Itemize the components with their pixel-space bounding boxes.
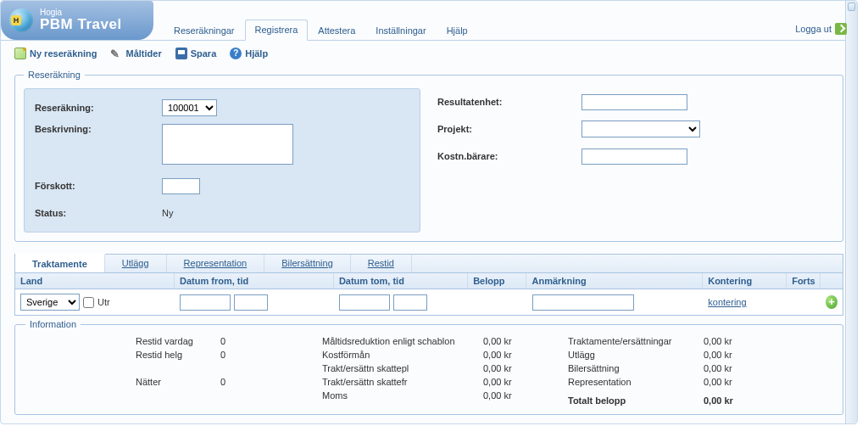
to-time-input[interactable] — [393, 294, 427, 311]
reserakning-label: Reseräkning: — [35, 103, 162, 113]
vertical-scrollbar[interactable] — [845, 1, 857, 423]
from-date-input[interactable] — [180, 294, 231, 311]
status-label: Status: — [35, 208, 162, 218]
top-nav: Reseräkningar Registrera Attestera Instä… — [164, 1, 857, 40]
from-time-input[interactable] — [234, 294, 268, 311]
beskrivning-label: Beskrivning: — [35, 124, 162, 134]
anm-input[interactable] — [532, 294, 634, 311]
maltids-value: 0,00 kr — [483, 334, 542, 348]
trakt-skattepl-value: 0,00 kr — [483, 362, 542, 375]
nav-hjalp[interactable]: Hjälp — [437, 20, 478, 41]
th-from: Datum from, tid — [175, 273, 334, 289]
toolbar: Ny reseräkning Måltider Spara ? Hjälp — [1, 41, 857, 66]
natter-label: Nätter — [136, 375, 220, 389]
resultatenhet-input[interactable] — [581, 94, 687, 110]
th-anm: Anmärkning — [526, 273, 703, 289]
status-value: Ny — [162, 208, 173, 218]
maltids-label: Måltidsreduktion enligt schablon — [322, 334, 483, 348]
logout-icon — [835, 23, 847, 35]
tab-bilersattning[interactable]: Bilersättning — [264, 255, 351, 272]
to-date-input[interactable] — [339, 294, 390, 311]
th-forts: Forts — [787, 273, 821, 289]
restid-helg-label: Restid helg — [136, 348, 220, 362]
nav-registrera[interactable]: Registrera — [245, 20, 309, 41]
traktamente-value: 0,00 kr — [704, 334, 754, 348]
resultatenhet-label: Resultatenhet: — [437, 97, 581, 107]
sub-tabs: Traktamente Utlägg Representation Bilers… — [14, 254, 843, 273]
repr-value: 0,00 kr — [704, 375, 754, 389]
repr-label: Representation — [568, 375, 704, 389]
reserakning-fieldset: Reseräkning Reseräkning: 100001 — [14, 70, 843, 242]
help-label: Hjälp — [245, 48, 268, 59]
nav-reserakningar[interactable]: Reseräkningar — [164, 20, 245, 41]
help-button[interactable]: ? Hjälp — [230, 48, 268, 59]
tab-restid[interactable]: Restid — [351, 255, 412, 272]
bilers-label: Bilersättning — [568, 362, 704, 375]
traktamente-label: Traktamente/ersättningar — [568, 334, 704, 348]
new-report-label: Ny reseräkning — [30, 48, 97, 59]
tab-utlagg[interactable]: Utlägg — [105, 255, 167, 272]
projekt-label: Projekt: — [437, 124, 581, 134]
tab-traktamente[interactable]: Traktamente — [15, 254, 105, 272]
kostforman-value: 0,00 kr — [483, 348, 542, 362]
beskrivning-textarea[interactable] — [162, 124, 293, 165]
moms-label: Moms — [322, 389, 483, 402]
trakt-skattefr-value: 0,00 kr — [483, 375, 542, 389]
save-label: Spara — [191, 48, 217, 59]
kostnbarare-label: Kostn.bärare: — [437, 151, 581, 161]
save-button[interactable]: Spara — [175, 48, 217, 59]
th-land: Land — [15, 273, 175, 289]
totalt-label: Totalt belopp — [568, 394, 704, 407]
table-row: Sverige Utr kontering — [15, 289, 843, 315]
restid-vardag-label: Restid vardag — [136, 334, 220, 348]
add-row-button[interactable]: + — [826, 295, 837, 309]
kostforman-label: Kostförmån — [322, 348, 483, 362]
fieldset-legend: Reseräkning — [24, 70, 85, 80]
bilers-value: 0,00 kr — [704, 362, 754, 375]
utr-checkbox[interactable] — [83, 297, 94, 308]
totalt-value: 0,00 kr — [704, 394, 754, 407]
land-select[interactable]: Sverige — [20, 294, 80, 311]
utlagg-value: 0,00 kr — [704, 348, 754, 362]
brand-text: Hogia PBM Travel — [40, 8, 122, 33]
th-belopp: Belopp — [468, 273, 526, 289]
info-legend: Information — [25, 319, 81, 329]
app-header: Hogia PBM Travel — [1, 1, 153, 40]
information-fieldset: Information Restid vardag0 Restid helg0 … — [14, 319, 843, 415]
brand-big: PBM Travel — [40, 17, 122, 33]
moms-value: 0,00 kr — [483, 389, 542, 402]
forskott-label: Förskott: — [35, 181, 162, 191]
reserakning-select[interactable]: 100001 — [162, 99, 217, 116]
app-logo-icon — [9, 8, 33, 32]
logout-label: Logga ut — [795, 24, 832, 34]
nav-attestera[interactable]: Attestera — [308, 20, 365, 41]
save-icon — [175, 48, 187, 59]
projekt-select[interactable] — [581, 121, 700, 137]
meals-label: Måltider — [125, 48, 161, 59]
new-report-button[interactable]: Ny reseräkning — [14, 48, 97, 59]
trakt-skattepl-label: Trakt/ersättn skattepl — [322, 362, 483, 375]
new-icon — [14, 48, 26, 59]
traktamente-table: Land Datum from, tid Datum tom, tid Belo… — [14, 273, 843, 316]
utr-label: Utr — [97, 297, 110, 307]
forskott-input[interactable] — [162, 178, 200, 194]
restid-helg-value: 0 — [220, 348, 246, 362]
logout-link[interactable]: Logga ut — [795, 23, 847, 40]
restid-vardag-value: 0 — [220, 334, 246, 348]
trakt-skattefr-label: Trakt/ersättn skattefr — [322, 375, 483, 389]
nav-installningar[interactable]: Inställningar — [365, 20, 436, 41]
kontering-link[interactable]: kontering — [708, 297, 746, 307]
help-icon: ? — [230, 48, 242, 59]
th-to: Datum tom, tid — [334, 273, 468, 289]
th-kontering: Kontering — [703, 273, 787, 289]
utlagg-label: Utlägg — [568, 348, 704, 362]
natter-value: 0 — [220, 375, 246, 389]
pencil-icon — [110, 48, 122, 59]
meals-button[interactable]: Måltider — [110, 48, 161, 59]
tab-representation[interactable]: Representation — [167, 255, 265, 272]
kostnbarare-input[interactable] — [581, 149, 687, 165]
